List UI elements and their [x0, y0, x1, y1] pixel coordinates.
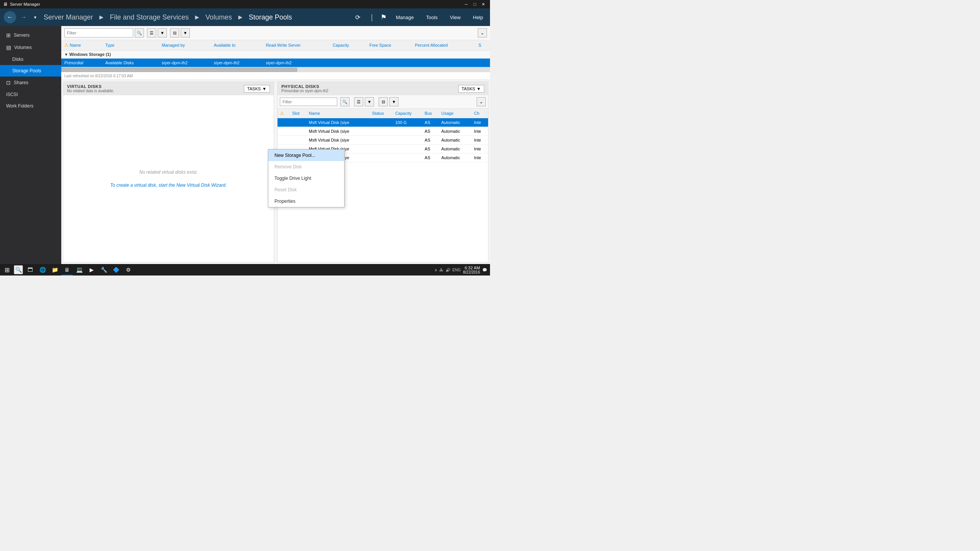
phys-cell-status [370, 145, 393, 153]
phys-list-view-button[interactable]: ☰ [354, 97, 363, 106]
col-header-capacity[interactable]: Capacity [330, 40, 366, 51]
breadcrumb-volumes[interactable]: Volumes [206, 13, 232, 21]
manage-menu[interactable]: Manage [393, 13, 417, 22]
breadcrumb-file-storage[interactable]: File and Storage Services [110, 13, 189, 21]
table-row[interactable]: Primordial Available Disks siyer-dpm-th2… [61, 59, 490, 67]
taskbar-clock[interactable]: 6:32 AM 8/22/2016 [463, 266, 480, 274]
phys-search-button[interactable]: 🔍 [340, 97, 350, 106]
view-menu[interactable]: View [447, 13, 464, 22]
virtual-disks-tasks-button[interactable]: TASKS ▼ [244, 85, 270, 93]
tray-notifications[interactable]: 💬 [482, 268, 487, 272]
back-button[interactable]: ← [4, 11, 16, 23]
taskbar-app-settings[interactable]: ⚙ [122, 264, 134, 276]
minimize-button[interactable]: ─ [462, 1, 470, 7]
phys-col-status[interactable]: Status [370, 109, 393, 118]
volumes-icon: ▤ [6, 44, 11, 51]
scrollbar-thumb[interactable] [61, 68, 297, 72]
sidebar-item-shares[interactable]: ⊡ Shares [0, 77, 61, 89]
view-dropdown-button[interactable]: ▼ [158, 28, 167, 37]
filter-input[interactable] [64, 28, 133, 37]
phys-cell-chassis: Inte [472, 118, 488, 127]
list-view-button[interactable]: ☰ [147, 28, 156, 37]
breadcrumb-separator-3: ► [237, 13, 246, 21]
horizontal-scrollbar[interactable] [61, 67, 490, 72]
row-name-italic: Primordial [64, 60, 83, 65]
phys-col-chassis[interactable]: Ch [472, 109, 488, 118]
col-header-managed-by[interactable]: Managed by [159, 40, 211, 51]
phys-cell-capacity [393, 153, 422, 162]
breadcrumb: Server Manager ► File and Storage Servic… [42, 13, 353, 21]
physical-disks-filter[interactable] [280, 98, 337, 106]
sidebar-item-storage-pools[interactable]: Storage Pools [0, 65, 61, 77]
virtual-disks-tasks-label: TASKS [247, 86, 261, 91]
phys-col-warning[interactable]: ⚠ [278, 109, 290, 118]
phys-cell-bus: AS [422, 136, 439, 145]
sidebar-item-disks[interactable]: Disks [0, 54, 61, 65]
phys-col-slot[interactable]: Slot [290, 109, 306, 118]
phys-cell-chassis: Inte [472, 136, 488, 145]
col-header-available-to[interactable]: Available to [211, 40, 263, 51]
breadcrumb-server-manager[interactable]: Server Manager [44, 13, 93, 21]
phys-sort-group: ⊟ ▼ [377, 97, 399, 106]
refresh-button[interactable]: ⟳ [353, 12, 363, 23]
phys-view-dropdown[interactable]: ▼ [365, 97, 374, 106]
col-header-read-write[interactable]: Read-Write Server [263, 40, 330, 51]
col-header-name[interactable]: ⚠ Name [61, 40, 102, 51]
phys-table-row[interactable]: Msft Virtual Disk (siye AS Automatic Int… [278, 127, 488, 136]
col-header-free-space[interactable]: Free Space [366, 40, 412, 51]
close-button[interactable]: ✕ [479, 1, 487, 7]
phys-col-usage[interactable]: Usage [439, 109, 472, 118]
taskbar-app-task-view[interactable]: 🗖 [24, 264, 36, 276]
phys-sort-button[interactable]: ⊟ [379, 97, 388, 106]
context-menu-properties[interactable]: Properties [268, 196, 344, 207]
sort-button[interactable]: ⊟ [170, 28, 179, 37]
restore-button[interactable]: □ [471, 1, 479, 7]
phys-table-row[interactable]: Msft Virtual Disk (siye AS Automatic Int… [278, 136, 488, 145]
taskbar-search-button[interactable]: 🔍 [14, 265, 23, 274]
help-menu[interactable]: Help [470, 13, 486, 22]
sidebar-label-volumes: Volumes [14, 45, 32, 50]
forward-button[interactable]: → [18, 11, 30, 23]
col-header-percent-allocated[interactable]: Percent Allocated [412, 40, 475, 51]
physical-disks-tasks-button[interactable]: TASKS ▼ [458, 85, 484, 93]
phys-col-bus[interactable]: Bus [422, 109, 439, 118]
taskbar-app-tools[interactable]: 🔧 [98, 264, 109, 276]
phys-cell-chassis: Inte [472, 153, 488, 162]
sidebar-label-shares: Shares [14, 80, 28, 85]
sort-dropdown-button[interactable]: ▼ [181, 28, 190, 37]
phys-col-name[interactable]: Name [307, 109, 370, 118]
collapse-group-icon[interactable]: ▼ [64, 52, 68, 57]
collapse-button[interactable]: ⌄ [478, 28, 487, 37]
nav-dropdown-button[interactable]: ▼ [31, 11, 39, 23]
context-menu-new-storage-pool[interactable]: New Storage Pool... [268, 150, 344, 161]
no-virtual-disks-text: No related virtual disks exist. [139, 170, 198, 175]
flag-icon[interactable]: ⚑ [381, 13, 387, 21]
taskbar-app-cmd[interactable]: ▶ [86, 264, 97, 276]
phys-collapse-button[interactable]: ⌄ [477, 97, 486, 106]
search-button[interactable]: 🔍 [135, 28, 144, 37]
tray-volume[interactable]: 🔊 [446, 268, 450, 272]
taskbar-app-computer[interactable]: 💻 [74, 264, 85, 276]
sidebar-item-servers[interactable]: ⊞ Servers [0, 29, 61, 41]
taskbar-app-explorer[interactable]: 📁 [49, 264, 60, 276]
sidebar-item-iscsi[interactable]: iSCSI [0, 89, 61, 100]
phys-table-row[interactable]: Msft Virtual Disk (siye 100 G AS Automat… [278, 118, 488, 127]
servers-icon: ⊞ [6, 32, 11, 38]
context-menu-toggle-drive-light[interactable]: Toggle Drive Light [268, 173, 344, 184]
taskbar-app-powershell[interactable]: 🔷 [110, 264, 122, 276]
create-virtual-disk-link[interactable]: To create a virtual disk, start the New … [110, 183, 227, 188]
breadcrumb-storage-pools[interactable]: Storage Pools [249, 13, 292, 21]
start-button[interactable]: ⊞ [0, 264, 14, 276]
cell-type: Available Disks [102, 59, 159, 67]
sidebar-item-work-folders[interactable]: Work Folders [0, 100, 61, 112]
col-header-s[interactable]: S [475, 40, 490, 51]
phys-sort-dropdown[interactable]: ▼ [389, 97, 399, 106]
cell-name: Primordial [61, 59, 102, 67]
tray-chevron[interactable]: ∧ [434, 268, 437, 272]
taskbar-app-server-manager[interactable]: 🖥 [61, 264, 73, 276]
taskbar-app-ie[interactable]: 🌐 [37, 264, 48, 276]
tools-menu[interactable]: Tools [423, 13, 441, 22]
phys-col-capacity[interactable]: Capacity [393, 109, 422, 118]
sidebar-item-volumes[interactable]: ▤ Volumes [0, 41, 61, 54]
col-header-type[interactable]: Type [102, 40, 159, 51]
